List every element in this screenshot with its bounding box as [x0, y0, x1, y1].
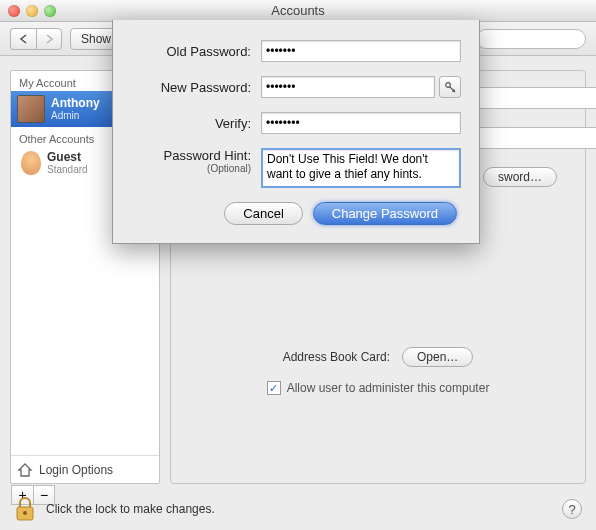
help-button[interactable]: ?: [562, 499, 582, 519]
admin-checkbox-label: Allow user to administer this computer: [287, 381, 490, 395]
minimize-icon[interactable]: [26, 5, 38, 17]
verify-password-input[interactable]: [261, 112, 461, 134]
lock-icon[interactable]: [14, 496, 36, 522]
sheet-actions: Cancel Change Password: [131, 202, 461, 225]
close-icon[interactable]: [8, 5, 20, 17]
new-password-input[interactable]: [261, 76, 435, 98]
hint-optional-text: (Optional): [131, 163, 251, 174]
titlebar: Accounts: [0, 0, 596, 22]
account-info: Guest Standard: [47, 151, 88, 175]
address-book-row: Address Book Card: Open…: [191, 347, 565, 367]
login-options-label: Login Options: [39, 463, 113, 477]
admin-checkbox[interactable]: ✓: [267, 381, 281, 395]
new-password-label: New Password:: [131, 80, 251, 95]
back-button[interactable]: [10, 28, 36, 50]
search-input[interactable]: [476, 29, 586, 49]
chevron-left-icon: [19, 34, 28, 44]
cancel-button[interactable]: Cancel: [224, 202, 302, 225]
account-info: Anthony Admin: [51, 97, 100, 121]
old-password-label: Old Password:: [131, 44, 251, 59]
svg-point-2: [446, 83, 451, 88]
chevron-right-icon: [45, 34, 54, 44]
forward-button[interactable]: [36, 28, 62, 50]
password-hint-input[interactable]: Don't Use This Field! We don't want to g…: [261, 148, 461, 188]
old-password-input[interactable]: [261, 40, 461, 62]
old-password-row: Old Password:: [131, 40, 461, 62]
open-address-book-button[interactable]: Open…: [402, 347, 473, 367]
account-name: Guest: [47, 151, 88, 164]
account-role: Admin: [51, 110, 100, 121]
hint-label: Password Hint: (Optional): [131, 148, 251, 174]
lock-text: Click the lock to make changes.: [46, 502, 215, 516]
nav-buttons: [10, 28, 62, 50]
footer: Click the lock to make changes. ?: [0, 488, 596, 530]
hint-label-text: Password Hint:: [164, 148, 251, 163]
zoom-icon[interactable]: [44, 5, 56, 17]
login-options[interactable]: Login Options: [11, 455, 159, 483]
avatar: [17, 95, 45, 123]
change-password-submit-button[interactable]: Change Password: [313, 202, 457, 225]
svg-point-1: [23, 511, 27, 515]
address-book-label: Address Book Card:: [283, 350, 390, 364]
password-assistant-button[interactable]: [439, 76, 461, 98]
change-password-button[interactable]: sword…: [483, 167, 557, 187]
house-icon: [17, 462, 33, 478]
password-hint-row: Password Hint: (Optional) Don't Use This…: [131, 148, 461, 188]
account-name: Anthony: [51, 97, 100, 110]
window-title: Accounts: [0, 3, 596, 18]
guest-icon: [21, 151, 41, 175]
verify-password-row: Verify:: [131, 112, 461, 134]
admin-checkbox-row: ✓ Allow user to administer this computer: [191, 381, 565, 395]
new-password-row: New Password:: [131, 76, 461, 98]
key-icon: [444, 81, 456, 93]
change-password-sheet: Old Password: New Password: Verify: Pass…: [112, 20, 480, 244]
window-controls: [8, 5, 56, 17]
account-role: Standard: [47, 164, 88, 175]
verify-label: Verify:: [131, 116, 251, 131]
